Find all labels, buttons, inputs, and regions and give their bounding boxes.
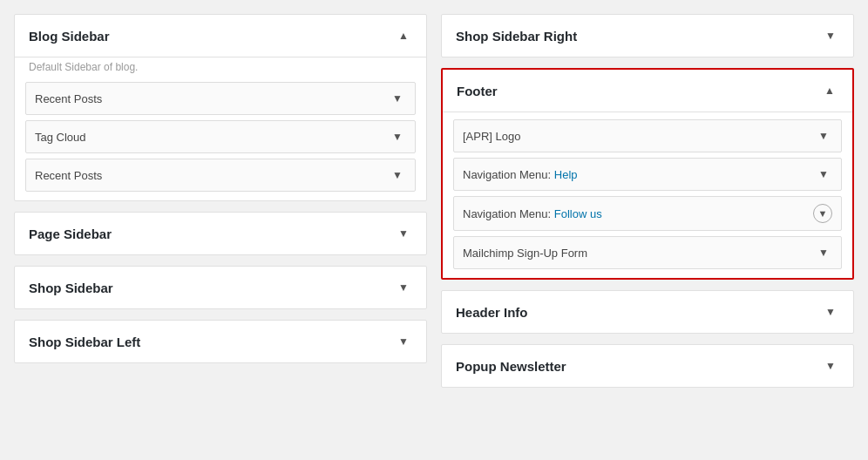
shop-sidebar-left-chevron: ▼ <box>395 333 412 350</box>
shop-sidebar-widget-area: Shop Sidebar ▼ <box>14 266 427 309</box>
widget-nav-followus-accent: Follow us <box>554 207 602 220</box>
popup-newsletter-title: Popup Newsletter <box>456 359 566 374</box>
shop-sidebar-left-title: Shop Sidebar Left <box>29 335 140 349</box>
widget-apr-logo[interactable]: [APR] Logo ▼ <box>453 119 842 152</box>
widget-recent-posts-1-label: Recent Posts <box>35 92 102 105</box>
popup-newsletter-widget-area: Popup Newsletter ▼ <box>441 344 854 388</box>
blog-sidebar-title: Blog Sidebar <box>29 29 110 44</box>
shop-sidebar-header[interactable]: Shop Sidebar ▼ <box>15 267 426 308</box>
widget-mailchimp-label: Mailchimp Sign-Up Form <box>463 247 587 260</box>
footer-chevron: ▲ <box>821 82 838 99</box>
widget-apr-logo-label: [APR] Logo <box>463 130 521 143</box>
blog-sidebar-chevron: ▲ <box>395 27 412 44</box>
shop-sidebar-right-title: Shop Sidebar Right <box>456 29 577 44</box>
widget-nav-followus-chevron-circle[interactable]: ▼ <box>813 204 832 223</box>
blog-sidebar-widget-list: Recent Posts ▼ Tag Cloud ▼ Recent Posts … <box>15 82 426 200</box>
widget-nav-help-label: Navigation Menu: Help <box>463 168 578 181</box>
footer-title: Footer <box>457 84 498 98</box>
widget-recent-posts-1-chevron: ▼ <box>389 90 406 107</box>
widget-tag-cloud[interactable]: Tag Cloud ▼ <box>25 120 416 153</box>
widget-recent-posts-2-label: Recent Posts <box>35 169 102 182</box>
widget-nav-help-accent: Help <box>554 168 578 181</box>
blog-sidebar-widget-area: Blog Sidebar ▲ Default Sidebar of blog. … <box>14 14 427 201</box>
widget-tag-cloud-label: Tag Cloud <box>35 131 86 144</box>
page-sidebar-chevron: ▼ <box>395 225 412 242</box>
blog-sidebar-subtitle: Default Sidebar of blog. <box>15 58 426 82</box>
footer-widget-area: Footer ▲ [APR] Logo ▼ Navigation Menu: H… <box>441 68 854 280</box>
widget-nav-help-chevron: ▼ <box>815 166 832 183</box>
widget-mailchimp-chevron: ▼ <box>815 244 832 261</box>
blog-sidebar-header[interactable]: Blog Sidebar ▲ <box>15 15 426 58</box>
header-info-widget-area: Header Info ▼ <box>441 290 854 334</box>
widget-mailchimp[interactable]: Mailchimp Sign-Up Form ▼ <box>453 236 842 269</box>
widget-apr-logo-chevron: ▼ <box>815 127 832 145</box>
popup-newsletter-chevron: ▼ <box>822 357 839 375</box>
header-info-header[interactable]: Header Info ▼ <box>442 291 853 333</box>
left-column: Blog Sidebar ▲ Default Sidebar of blog. … <box>14 14 427 363</box>
widget-nav-followus-label: Navigation Menu: Follow us <box>463 207 602 220</box>
footer-header[interactable]: Footer ▲ <box>443 70 852 112</box>
shop-sidebar-title: Shop Sidebar <box>29 281 113 295</box>
widget-tag-cloud-chevron: ▼ <box>389 128 406 145</box>
widget-recent-posts-2-chevron: ▼ <box>389 166 406 184</box>
widget-nav-help[interactable]: Navigation Menu: Help ▼ <box>453 158 842 191</box>
right-column: Shop Sidebar Right ▼ Footer ▲ [APR] Logo… <box>441 14 854 388</box>
header-info-chevron: ▼ <box>822 303 839 321</box>
widget-recent-posts-2[interactable]: Recent Posts ▼ <box>25 159 416 192</box>
page-sidebar-header[interactable]: Page Sidebar ▼ <box>15 213 426 254</box>
header-info-title: Header Info <box>456 305 528 320</box>
shop-sidebar-left-widget-area: Shop Sidebar Left ▼ <box>14 320 427 363</box>
widget-nav-followus[interactable]: Navigation Menu: Follow us ▼ <box>453 196 842 231</box>
footer-widget-list: [APR] Logo ▼ Navigation Menu: Help ▼ Nav… <box>443 119 852 278</box>
page-sidebar-widget-area: Page Sidebar ▼ <box>14 212 427 255</box>
shop-sidebar-right-chevron: ▼ <box>822 27 839 44</box>
shop-sidebar-left-header[interactable]: Shop Sidebar Left ▼ <box>15 321 426 362</box>
widget-recent-posts-1[interactable]: Recent Posts ▼ <box>25 82 416 115</box>
shop-sidebar-chevron: ▼ <box>395 279 412 296</box>
shop-sidebar-right-header[interactable]: Shop Sidebar Right ▼ <box>442 15 853 57</box>
shop-sidebar-right-widget-area: Shop Sidebar Right ▼ <box>441 14 854 58</box>
popup-newsletter-header[interactable]: Popup Newsletter ▼ <box>442 345 853 387</box>
page-sidebar-title: Page Sidebar <box>29 227 112 241</box>
